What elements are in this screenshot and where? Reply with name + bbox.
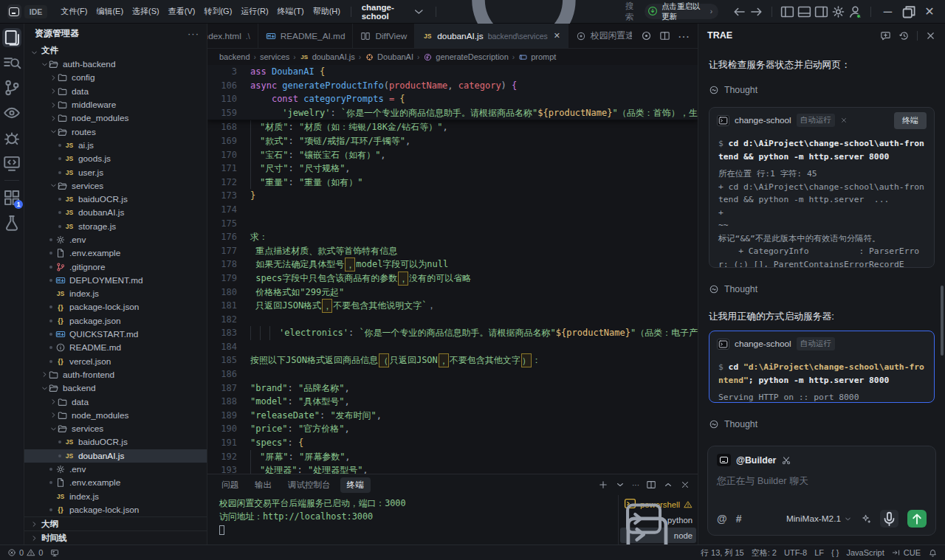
open-terminal-button[interactable]: 终端 xyxy=(894,112,927,129)
thought-row[interactable]: Thought xyxy=(709,85,935,95)
tree-item-package.json[interactable]: {}package.json xyxy=(24,314,207,328)
tree-item-middleware[interactable]: middleware xyxy=(24,98,207,111)
tree-item-storage.js[interactable]: JSstorage.js xyxy=(24,220,207,233)
breadcrumb-item-services[interactable]: services xyxy=(260,52,289,61)
chat-input-box[interactable]: @Builder 您正在与 Builder 聊天 @ # MiniMax-M2.… xyxy=(707,446,936,536)
menu-文件F[interactable]: 文件(F) xyxy=(56,4,92,19)
breadcrumb-item-prompt[interactable]: prompt xyxy=(518,52,556,62)
tree-item-routes[interactable]: routes xyxy=(24,125,207,138)
send-button[interactable] xyxy=(907,510,927,528)
tree-item-index.js[interactable]: JSindex.js xyxy=(24,287,207,300)
tree-item-package-lock.json[interactable]: {}package-lock.json xyxy=(24,503,207,516)
tree-item-services[interactable]: services xyxy=(24,422,207,435)
menu-帮助H[interactable]: 帮助(H) xyxy=(309,4,345,19)
terminal-dropdown-icon[interactable] xyxy=(615,480,625,490)
terminal-output[interactable]: 校园闲置交易平台后端服务已启动，端口：3000访问地址：http://local… xyxy=(207,495,618,545)
split-editor-icon[interactable] xyxy=(659,30,670,41)
outline-section[interactable]: 大纲 xyxy=(24,516,207,530)
activitybar-preview-icon[interactable] xyxy=(2,103,21,122)
tree-item-user.js[interactable]: JSuser.js xyxy=(24,165,207,179)
tab-doubanAI.js[interactable]: JSdoubanAI.jsbackend\services✕ xyxy=(415,24,568,48)
thought-row[interactable]: Thought xyxy=(709,419,935,429)
statusbar-item-空格-2[interactable]: 空格: 2 xyxy=(752,547,777,559)
panel-tab-调试控制台[interactable]: 调试控制台 xyxy=(281,477,337,493)
toggle-right-panel-button[interactable] xyxy=(814,3,829,21)
menu-转到G[interactable]: 转到(G) xyxy=(199,4,236,19)
tree-item-README.md[interactable]: README.md xyxy=(24,341,207,354)
files-section-header[interactable]: 文件 xyxy=(24,43,207,58)
card-close-icon[interactable] xyxy=(840,117,848,124)
project-selector[interactable]: change-school xyxy=(357,1,430,23)
statusbar-item-LF[interactable]: LF xyxy=(814,548,824,557)
split-terminal-icon[interactable] xyxy=(646,480,656,490)
history-icon[interactable] xyxy=(898,30,910,41)
voice-input-button[interactable] xyxy=(880,510,898,528)
tree-item-node_modules[interactable]: node_modules xyxy=(24,111,207,125)
tree-item-.env[interactable]: .env xyxy=(24,463,207,476)
menu-编辑E[interactable]: 编辑(E) xyxy=(92,4,128,19)
tab-README_AI.md[interactable]: README_AI.md xyxy=(258,24,354,48)
back-button[interactable] xyxy=(732,3,747,21)
terminal-more-icon[interactable]: ··· xyxy=(632,481,639,489)
toggle-bottom-panel-button[interactable] xyxy=(797,3,812,21)
restart-to-update-button[interactable]: 点击重启以更新 › xyxy=(645,4,718,19)
close-panel-icon[interactable] xyxy=(680,480,690,490)
tree-item-backend[interactable]: backend xyxy=(24,381,207,395)
model-selector[interactable]: MiniMax-M2.1 xyxy=(786,514,852,524)
shortcut-icon[interactable] xyxy=(781,455,791,466)
restore-button[interactable] xyxy=(899,3,918,21)
tree-item-doubanAI.js[interactable]: JSdoubanAI.js xyxy=(24,449,207,463)
menu-终端T[interactable]: 终端(T) xyxy=(273,4,309,19)
new-terminal-icon[interactable] xyxy=(598,480,608,490)
tab-校园闲置速配[interactable]: 校园闲置速配 xyxy=(568,24,632,48)
tree-item-data[interactable]: data xyxy=(24,85,207,98)
activitybar-extensions-icon[interactable]: 1 xyxy=(2,188,21,207)
errors-indicator[interactable]: 0 0 xyxy=(7,548,43,557)
tree-item-auth-backend[interactable]: auth-backend xyxy=(24,58,207,71)
breadcrumb-item-doubanAI.js[interactable]: JSdoubanAI.js xyxy=(300,52,355,62)
activitybar-search-icon[interactable] xyxy=(2,53,21,72)
menu-选择S[interactable]: 选择(S) xyxy=(128,4,164,19)
settings-gear-icon[interactable] xyxy=(831,3,846,21)
tree-item-DEPLOYMENT.md[interactable]: DEPLOYMENT.md xyxy=(24,274,207,287)
tree-item-services[interactable]: services xyxy=(24,179,207,193)
tree-item-.gitignore[interactable]: .gitignore xyxy=(24,260,207,273)
chat-input-placeholder[interactable]: 您正在与 Builder 聊天 xyxy=(717,475,927,488)
tree-item-config[interactable]: config xyxy=(24,71,207,84)
notifications-bell-icon[interactable] xyxy=(928,548,938,558)
tree-item-.env[interactable]: .env xyxy=(24,233,207,246)
tree-item-baiduOCR.js[interactable]: JSbaiduOCR.js xyxy=(24,435,207,449)
breadcrumb[interactable]: backend›services›JSdoubanAI.js›DoubanAI›… xyxy=(207,49,698,65)
breadcrumb-item-DoubanAI[interactable]: DoubanAI xyxy=(365,52,413,62)
tree-item-auth-frontend[interactable]: auth-frontend xyxy=(24,368,207,381)
tree-item-QUICKSTART.md[interactable]: QUICKSTART.md xyxy=(24,328,207,341)
activitybar-live-preview-icon[interactable] xyxy=(2,153,21,173)
toggle-left-panel-button[interactable] xyxy=(780,3,795,21)
panel-scrollbar[interactable] xyxy=(941,286,944,356)
statusbar-item-UTF-8[interactable]: UTF-8 xyxy=(784,548,807,557)
minimize-button[interactable]: ─ xyxy=(878,3,897,21)
tree-item-package-lock.json[interactable]: {}package-lock.json xyxy=(24,300,207,314)
statusbar-item-JavaScript[interactable]: JavaScript xyxy=(846,548,884,557)
timeline-section[interactable]: 时间线 xyxy=(24,530,207,545)
tab-DiffView[interactable]: DiffView xyxy=(353,24,415,48)
enhance-prompt-icon[interactable] xyxy=(861,514,871,524)
tree-item-.env.example[interactable]: .env.example xyxy=(24,476,207,489)
close-window-button[interactable]: ✕ xyxy=(920,3,939,21)
account-avatar[interactable] xyxy=(848,3,863,21)
activitybar-source-control-icon[interactable] xyxy=(2,78,21,97)
menu-运行R[interactable]: 运行(R) xyxy=(236,4,272,19)
statusbar-item-行-13-列-15[interactable]: 行 13, 列 15 xyxy=(701,547,744,559)
tree-item-doubanAI.js[interactable]: JSdoubanAI.js xyxy=(24,206,207,219)
panel-tab-终端[interactable]: 终端 xyxy=(340,477,371,493)
panel-tab-输出[interactable]: 输出 xyxy=(248,477,278,493)
activitybar-tests-icon[interactable] xyxy=(2,213,21,232)
forward-button[interactable] xyxy=(749,3,764,21)
terminal-instance-node[interactable]: node xyxy=(620,528,696,543)
breadcrumb-item-generateDescription[interactable]: generateDescription xyxy=(423,52,508,62)
explorer-more-icon[interactable]: ··· xyxy=(188,28,199,39)
tree-item-node_modules[interactable]: node_modules xyxy=(24,409,207,422)
tree-item-ai.js[interactable]: JSai.js xyxy=(24,139,207,152)
panel-tab-问题[interactable]: 问题 xyxy=(215,477,245,493)
tree-item-goods.js[interactable]: JSgoods.js xyxy=(24,152,207,165)
